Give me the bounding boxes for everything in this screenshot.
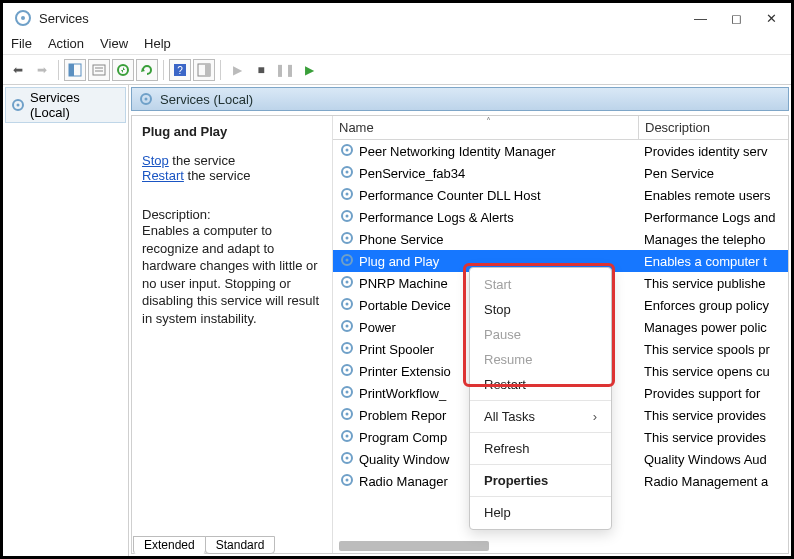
svg-point-26 <box>346 236 349 239</box>
context-resume: Resume <box>470 347 611 372</box>
forward-button[interactable]: ➡ <box>31 59 53 81</box>
svg-text:?: ? <box>177 65 183 76</box>
column-description[interactable]: Description <box>638 116 788 139</box>
menu-file[interactable]: File <box>11 36 32 51</box>
context-properties[interactable]: Properties <box>470 468 611 493</box>
titlebar: Services — ◻ ✕ <box>3 3 791 33</box>
cell-description: This service provides <box>638 430 788 445</box>
menu-action[interactable]: Action <box>48 36 84 51</box>
right-pane: Services (Local) Plug and Play Stop the … <box>129 85 791 556</box>
menubar: File Action View Help <box>3 33 791 55</box>
properties-button[interactable] <box>88 59 110 81</box>
service-name: Print Spooler <box>359 342 434 357</box>
service-name: Problem Repor <box>359 408 446 423</box>
window-title: Services <box>39 11 694 26</box>
context-start: Start <box>470 272 611 297</box>
cell-description: Performance Logs and <box>638 210 788 225</box>
table-row[interactable]: Peer Networking Identity ManagerProvides… <box>333 140 788 162</box>
context-all-tasks[interactable]: All Tasks <box>470 404 611 429</box>
stop-service-button[interactable]: ■ <box>250 59 272 81</box>
cell-name: PenService_fab34 <box>333 164 638 183</box>
context-restart[interactable]: Restart <box>470 372 611 397</box>
scrollbar-thumb[interactable] <box>339 541 489 551</box>
service-name: Program Comp <box>359 430 447 445</box>
restart-service-line: Restart the service <box>142 168 322 183</box>
column-name[interactable]: Name˄ <box>333 116 638 139</box>
gear-icon <box>339 406 355 425</box>
service-name: Phone Service <box>359 232 444 247</box>
stop-service-line: Stop the service <box>142 153 322 168</box>
view-tabs: Extended Standard <box>133 536 274 554</box>
detail-panel: Plug and Play Stop the service Restart t… <box>132 116 332 553</box>
refresh-button[interactable] <box>136 59 158 81</box>
gear-icon <box>339 340 355 359</box>
tree-node-services-local[interactable]: Services (Local) <box>5 87 126 123</box>
services-app-icon <box>13 8 33 28</box>
cell-description: Manages power polic <box>638 320 788 335</box>
context-pause: Pause <box>470 322 611 347</box>
context-refresh[interactable]: Refresh <box>470 436 611 461</box>
stop-service-link[interactable]: Stop <box>142 153 169 168</box>
gear-icon <box>339 274 355 293</box>
svg-point-48 <box>346 478 349 481</box>
help-button[interactable]: ? <box>169 59 191 81</box>
menu-help[interactable]: Help <box>144 36 171 51</box>
cell-description: This service spools pr <box>638 342 788 357</box>
close-button[interactable]: ✕ <box>766 11 777 26</box>
description-text: Enables a computer to recognize and adap… <box>142 222 322 327</box>
context-stop[interactable]: Stop <box>470 297 611 322</box>
cell-description: Quality Windows Aud <box>638 452 788 467</box>
maximize-button[interactable]: ◻ <box>731 11 742 26</box>
service-name: Peer Networking Identity Manager <box>359 144 556 159</box>
svg-rect-4 <box>93 65 105 75</box>
cell-description: Enables remote users <box>638 188 788 203</box>
action-pane-button[interactable] <box>193 59 215 81</box>
gear-icon <box>339 384 355 403</box>
svg-point-18 <box>346 148 349 151</box>
minimize-button[interactable]: — <box>694 11 707 26</box>
service-name: Quality Window <box>359 452 449 467</box>
cell-description: Enforces group policy <box>638 298 788 313</box>
svg-point-30 <box>346 280 349 283</box>
toolbar: ⬅ ➡ ? ▶ ■ ❚❚ ▶ <box>3 55 791 85</box>
gear-icon <box>339 142 355 161</box>
tab-extended[interactable]: Extended <box>133 536 206 554</box>
cell-description: Radio Management a <box>638 474 788 489</box>
horizontal-scrollbar[interactable] <box>339 539 788 553</box>
sort-asc-icon: ˄ <box>486 116 491 127</box>
svg-rect-12 <box>205 64 210 76</box>
back-button[interactable]: ⬅ <box>7 59 29 81</box>
pause-service-button[interactable]: ❚❚ <box>274 59 296 81</box>
gear-icon <box>339 208 355 227</box>
table-row[interactable]: Performance Counter DLL HostEnables remo… <box>333 184 788 206</box>
gear-icon <box>339 164 355 183</box>
service-name: Performance Counter DLL Host <box>359 188 541 203</box>
table-row[interactable]: Performance Logs & AlertsPerformance Log… <box>333 206 788 228</box>
service-name: Portable Device <box>359 298 451 313</box>
svg-rect-3 <box>69 64 74 76</box>
restart-service-button[interactable]: ▶ <box>298 59 320 81</box>
gear-icon <box>339 296 355 315</box>
table-row[interactable]: Phone ServiceManages the telepho <box>333 228 788 250</box>
table-row[interactable]: PenService_fab34Pen Service <box>333 162 788 184</box>
service-name: Printer Extensio <box>359 364 451 379</box>
start-service-button[interactable]: ▶ <box>226 59 248 81</box>
service-name: PenService_fab34 <box>359 166 465 181</box>
cell-name: Performance Counter DLL Host <box>333 186 638 205</box>
console-tree: Services (Local) <box>3 85 129 556</box>
svg-point-16 <box>145 98 148 101</box>
tab-standard[interactable]: Standard <box>205 536 276 554</box>
restart-service-link[interactable]: Restart <box>142 168 184 183</box>
gear-icon <box>339 230 355 249</box>
gear-icon <box>339 252 355 271</box>
export-list-button[interactable] <box>112 59 134 81</box>
cell-name: Performance Logs & Alerts <box>333 208 638 227</box>
show-hide-tree-button[interactable] <box>64 59 86 81</box>
cell-description: This service provides <box>638 408 788 423</box>
menu-view[interactable]: View <box>100 36 128 51</box>
gear-icon <box>339 186 355 205</box>
svg-point-38 <box>346 368 349 371</box>
context-help[interactable]: Help <box>470 500 611 525</box>
service-name: PNRP Machine <box>359 276 448 291</box>
tree-node-label: Services (Local) <box>30 90 121 120</box>
